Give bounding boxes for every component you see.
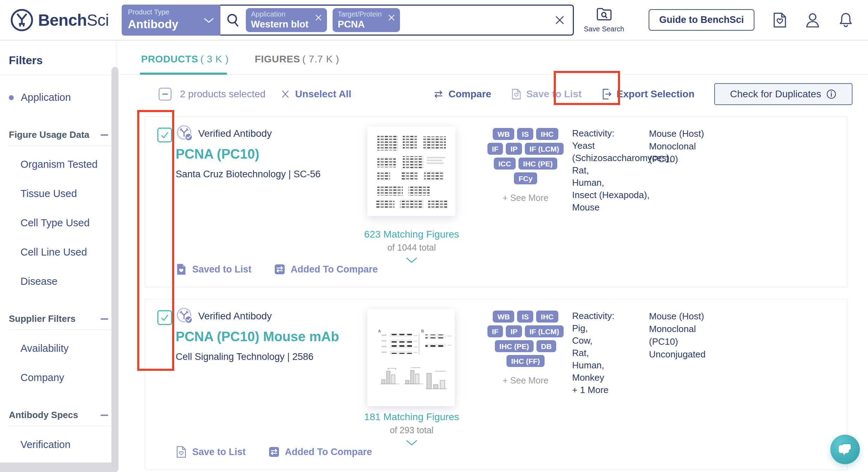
select-all-checkbox[interactable] [159, 88, 171, 100]
export-icon [601, 88, 612, 100]
sidebar-filter-item[interactable]: Cell Type Used [20, 217, 116, 229]
application-badge: WB [493, 311, 514, 323]
toolbar-right: Compare Save to List Export Selecti [433, 83, 852, 105]
application-badge: IHC (PE) [518, 158, 557, 170]
added-to-compare-button[interactable]: Added To Compare [274, 264, 378, 275]
tab-figures[interactable]: FIGURES( 7.7 K ) [255, 54, 339, 74]
product-title-link[interactable]: PCNA (PC10) [176, 147, 259, 162]
collapse-icon[interactable] [101, 415, 108, 416]
account-icon[interactable] [805, 12, 820, 28]
added-to-compare-label: Added To Compare [285, 447, 372, 458]
save-to-list-button[interactable]: Save to List [511, 88, 582, 100]
product-checkbox[interactable] [157, 128, 172, 142]
sidebar-filter-item[interactable]: Disease [20, 276, 116, 287]
application-badge: IF (LCM) [525, 143, 564, 155]
badge-row: IHC (FF) [475, 354, 576, 368]
collapse-icon[interactable] [101, 318, 108, 320]
export-selection-button[interactable]: Export Selection [601, 88, 694, 100]
tag-category: Application [251, 10, 309, 18]
header-nav-icons [773, 12, 853, 28]
badge-row: FCy [475, 171, 576, 186]
check-for-duplicates-button[interactable]: Check for Duplicates [714, 83, 852, 105]
application-badge: IP [506, 143, 522, 155]
saved-to-list-button[interactable]: Saved to List [176, 263, 251, 276]
sidebar-filter-item[interactable]: Organism Tested [20, 159, 116, 170]
save-to-list-button[interactable]: Save to List [176, 446, 246, 458]
sidebar-horizontal-scrollbar[interactable] [0, 462, 116, 472]
see-more-link[interactable]: + See More [475, 375, 576, 386]
search-tag-target[interactable]: Target/Protein PCNA [333, 8, 400, 32]
notifications-bell-icon[interactable] [838, 12, 853, 28]
filter-section-figure-usage: Figure Usage Data Organism TestedTissue … [9, 129, 116, 287]
sidebar-filter-item[interactable]: Tissue Used [20, 188, 116, 200]
expand-chevron-icon[interactable] [405, 440, 418, 447]
svg-text:B: B [421, 329, 424, 333]
toolbar-left: 2 products selected Unselect All [159, 88, 351, 100]
search-icon [225, 12, 241, 28]
application-badge: IF (LCM) [525, 325, 564, 337]
unselect-all-label: Unselect All [295, 88, 351, 100]
added-to-compare-button[interactable]: Added To Compare [268, 446, 372, 458]
save-search-icon [596, 7, 612, 22]
filter-section-header[interactable]: Supplier Filters [9, 313, 116, 330]
check-for-duplicates-label: Check for Duplicates [730, 88, 821, 100]
chat-launcher-button[interactable] [830, 435, 860, 464]
reactivity-value: Human, [572, 359, 645, 372]
application-badge: IHC (PE) [495, 340, 534, 352]
remove-tag-icon[interactable] [387, 13, 396, 22]
saved-lists-icon[interactable] [773, 12, 787, 28]
see-more-link[interactable]: + See More [475, 193, 576, 203]
sidebar-filter-item[interactable]: Company [20, 372, 116, 384]
tab-count: ( 7.7 K ) [302, 54, 339, 65]
filter-section-header[interactable]: Figure Usage Data [9, 129, 116, 146]
compare-label: Compare [449, 88, 491, 100]
save-search-button[interactable]: Save Search [583, 7, 625, 33]
expand-chevron-icon[interactable] [405, 257, 418, 264]
matching-figures-link[interactable]: 181 Matching Figures [336, 411, 487, 423]
badge-row: IHC (PE)DB [475, 339, 576, 354]
sidebar-item-application[interactable]: Application [9, 92, 116, 103]
tab-products[interactable]: PRODUCTS( 3 K ) [141, 54, 229, 74]
added-to-compare-icon [268, 446, 280, 458]
matching-figures-link[interactable]: 623 Matching Figures [336, 229, 487, 240]
vertical-scrollbar-thumb[interactable] [111, 67, 119, 472]
filter-section-header[interactable]: Antibody Specs [9, 410, 116, 426]
tag-category: Target/Protein [338, 10, 382, 18]
reactivity-label: Reactivity: [572, 127, 645, 140]
badge-row: IFIPIF (LCM) [475, 324, 576, 339]
remove-tag-icon[interactable] [314, 13, 323, 22]
guide-to-benchsci-button[interactable]: Guide to BenchSci [649, 9, 754, 31]
close-icon [280, 89, 290, 99]
collapse-icon[interactable] [101, 134, 108, 136]
search-input[interactable] [406, 10, 553, 31]
sidebar-filter-item[interactable]: Availability [20, 343, 116, 354]
product-type-dropdown[interactable]: Product Type Antibody [122, 5, 220, 36]
verified-antibody-icon [176, 124, 194, 143]
checkmark-icon [159, 312, 170, 323]
sidebar-filter-item[interactable]: Cell Line Used [20, 246, 116, 258]
reactivity-value: + 1 More [572, 384, 645, 396]
product-title-link[interactable]: PCNA (PC10) Mouse mAb [176, 329, 339, 344]
badge-row: WBISIHC [475, 127, 576, 141]
host-info-value: (PC10) [649, 335, 790, 348]
benchsci-logo-icon [10, 8, 34, 32]
sidebar-filter-item[interactable]: Verification [20, 439, 116, 450]
filter-section-title: Figure Usage Data [9, 129, 89, 140]
product-card: Verified Antibody PCNA (PC10) Mouse mAb … [145, 299, 847, 470]
application-badge: IF [487, 143, 503, 155]
export-selection-label: Export Selection [617, 88, 694, 100]
search-tag-application[interactable]: Application Western blot [246, 8, 327, 32]
product-checkbox[interactable] [157, 310, 172, 325]
tab-count: ( 3 K ) [200, 54, 229, 65]
product-supplier: Santa Cruz Biotechnology | SC-56 [176, 169, 321, 180]
compare-button[interactable]: Compare [433, 88, 491, 100]
search-bar[interactable]: Application Western blot Target/Protein … [220, 5, 574, 36]
unselect-all-button[interactable]: Unselect All [280, 88, 351, 100]
clear-search-icon[interactable] [554, 14, 566, 26]
figure-thumbnail[interactable]: A [368, 309, 455, 406]
badge-row: WBISIHC [475, 309, 576, 324]
benchsci-logo[interactable]: BenchSci [10, 8, 109, 32]
filter-section-items: Organism TestedTissue UsedCell Type Used… [9, 159, 116, 287]
verified-antibody-label: Verified Antibody [198, 128, 272, 139]
figure-thumbnail[interactable] [368, 127, 455, 216]
